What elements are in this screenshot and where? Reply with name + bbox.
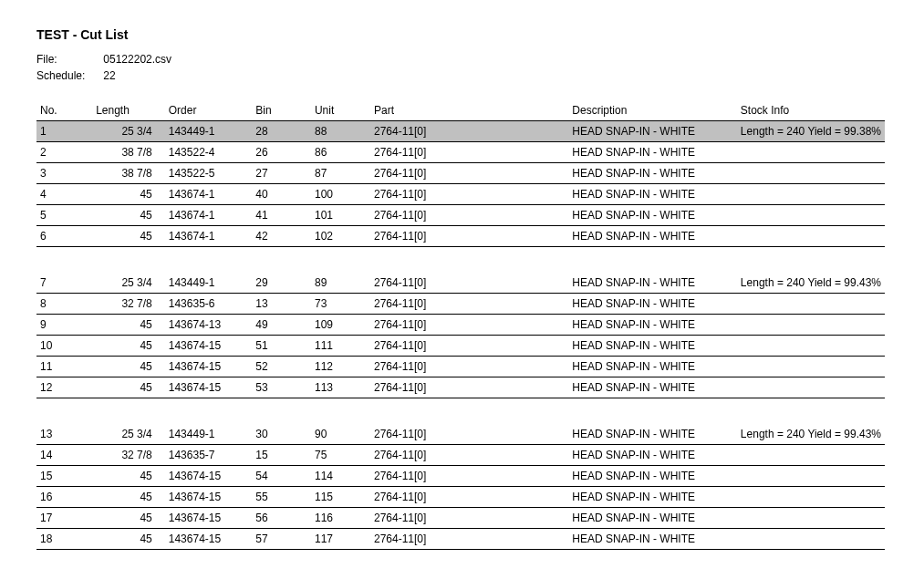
cell-stock-info: [737, 205, 885, 226]
page-title: TEST - Cut List: [36, 27, 888, 42]
cell-bin: 40: [252, 184, 311, 205]
cell-length: 45: [92, 315, 165, 336]
cell-part: 2764-11[0]: [370, 529, 568, 550]
cell-bin: 51: [252, 336, 311, 357]
cell-bin: 49: [252, 315, 311, 336]
schedule-label: Schedule:: [36, 69, 100, 82]
cell-stock-info: [737, 163, 885, 184]
cell-stock-info: [737, 357, 885, 377]
cell-length: 45: [92, 508, 165, 529]
cell-unit: 86: [311, 142, 370, 163]
group-spacer: [36, 247, 885, 274]
table-row[interactable]: 1545143674-15541142764-11[0]HEAD SNAP-IN…: [36, 466, 885, 487]
cell-part: 2764-11[0]: [370, 294, 568, 315]
table-row[interactable]: 725 3/4143449-129892764-11[0]HEAD SNAP-I…: [36, 273, 885, 294]
cell-description: HEAD SNAP-IN - WHITE: [568, 294, 737, 315]
cell-bin: 28: [252, 121, 311, 142]
table-row[interactable]: 125 3/4143449-128882764-11[0]HEAD SNAP-I…: [36, 121, 885, 142]
cell-stock-info: [737, 508, 885, 529]
cell-order: 143449-1: [165, 424, 252, 445]
cell-length: 45: [92, 336, 165, 357]
cell-part: 2764-11[0]: [370, 466, 568, 487]
cell-description: HEAD SNAP-IN - WHITE: [568, 424, 737, 445]
cell-no: 17: [36, 508, 92, 529]
cell-bin: 53: [252, 377, 311, 398]
table-row[interactable]: 1845143674-15571172764-11[0]HEAD SNAP-IN…: [36, 529, 885, 550]
table-row[interactable]: 832 7/8143635-613732764-11[0]HEAD SNAP-I…: [36, 294, 885, 315]
file-label: File:: [36, 53, 100, 66]
cell-part: 2764-11[0]: [370, 163, 568, 184]
cell-description: HEAD SNAP-IN - WHITE: [568, 336, 737, 357]
cell-order: 143522-5: [165, 163, 252, 184]
cell-part: 2764-11[0]: [370, 377, 568, 398]
cell-description: HEAD SNAP-IN - WHITE: [568, 508, 737, 529]
cell-part: 2764-11[0]: [370, 184, 568, 205]
cell-no: 4: [36, 184, 92, 205]
cell-no: 13: [36, 424, 92, 445]
cell-unit: 111: [311, 336, 370, 357]
cell-length: 45: [92, 205, 165, 226]
cell-no: 6: [36, 226, 92, 247]
cell-stock-info: [737, 336, 885, 357]
cell-bin: 54: [252, 466, 311, 487]
cell-part: 2764-11[0]: [370, 205, 568, 226]
cell-order: 143635-7: [165, 445, 252, 466]
cell-part: 2764-11[0]: [370, 142, 568, 163]
cell-description: HEAD SNAP-IN - WHITE: [568, 142, 737, 163]
cell-unit: 102: [311, 226, 370, 247]
col-length: Length: [92, 100, 165, 121]
meta-block: File: 05122202.csv Schedule: 22: [36, 53, 888, 82]
table-row[interactable]: 945143674-13491092764-11[0]HEAD SNAP-IN …: [36, 315, 885, 336]
spacer-cell: [36, 247, 885, 274]
cell-no: 2: [36, 142, 92, 163]
cell-length: 25 3/4: [92, 424, 165, 445]
meta-schedule: Schedule: 22: [36, 69, 888, 82]
table-row[interactable]: 1145143674-15521122764-11[0]HEAD SNAP-IN…: [36, 357, 885, 377]
table-row[interactable]: 1045143674-15511112764-11[0]HEAD SNAP-IN…: [36, 336, 885, 357]
col-part: Part: [370, 100, 568, 121]
cell-stock-info: [737, 445, 885, 466]
cell-length: 38 7/8: [92, 142, 165, 163]
cell-unit: 87: [311, 163, 370, 184]
cell-length: 45: [92, 466, 165, 487]
table-row[interactable]: 1325 3/4143449-130902764-11[0]HEAD SNAP-…: [36, 424, 885, 445]
cell-stock-info: [737, 294, 885, 315]
cell-bin: 30: [252, 424, 311, 445]
schedule-value: 22: [103, 69, 115, 82]
cell-description: HEAD SNAP-IN - WHITE: [568, 487, 737, 508]
table-row[interactable]: 645143674-1421022764-11[0]HEAD SNAP-IN -…: [36, 226, 885, 247]
cell-unit: 75: [311, 445, 370, 466]
table-row[interactable]: 1432 7/8143635-715752764-11[0]HEAD SNAP-…: [36, 445, 885, 466]
table-row[interactable]: 1745143674-15561162764-11[0]HEAD SNAP-IN…: [36, 508, 885, 529]
table-row[interactable]: 238 7/8143522-426862764-11[0]HEAD SNAP-I…: [36, 142, 885, 163]
cell-stock-info: [737, 466, 885, 487]
cell-order: 143674-13: [165, 315, 252, 336]
cell-description: HEAD SNAP-IN - WHITE: [568, 184, 737, 205]
cell-order: 143449-1: [165, 273, 252, 294]
cell-part: 2764-11[0]: [370, 226, 568, 247]
cell-order: 143674-15: [165, 377, 252, 398]
col-stock-info: Stock Info: [737, 100, 885, 121]
cell-no: 7: [36, 273, 92, 294]
cell-stock-info: Length = 240 Yield = 99.43%: [737, 273, 885, 294]
cell-no: 16: [36, 487, 92, 508]
cell-description: HEAD SNAP-IN - WHITE: [568, 377, 737, 398]
cell-length: 25 3/4: [92, 273, 165, 294]
cell-description: HEAD SNAP-IN - WHITE: [568, 445, 737, 466]
cell-unit: 89: [311, 273, 370, 294]
cell-description: HEAD SNAP-IN - WHITE: [568, 466, 737, 487]
table-row[interactable]: 1645143674-15551152764-11[0]HEAD SNAP-IN…: [36, 487, 885, 508]
cell-unit: 114: [311, 466, 370, 487]
table-row[interactable]: 338 7/8143522-527872764-11[0]HEAD SNAP-I…: [36, 163, 885, 184]
cell-bin: 52: [252, 357, 311, 377]
cell-part: 2764-11[0]: [370, 121, 568, 142]
cell-order: 143522-4: [165, 142, 252, 163]
table-row[interactable]: 445143674-1401002764-11[0]HEAD SNAP-IN -…: [36, 184, 885, 205]
cell-no: 14: [36, 445, 92, 466]
cell-part: 2764-11[0]: [370, 508, 568, 529]
cell-stock-info: [737, 142, 885, 163]
cell-part: 2764-11[0]: [370, 445, 568, 466]
table-row[interactable]: 545143674-1411012764-11[0]HEAD SNAP-IN -…: [36, 205, 885, 226]
cell-length: 32 7/8: [92, 445, 165, 466]
table-row[interactable]: 1245143674-15531132764-11[0]HEAD SNAP-IN…: [36, 377, 885, 398]
